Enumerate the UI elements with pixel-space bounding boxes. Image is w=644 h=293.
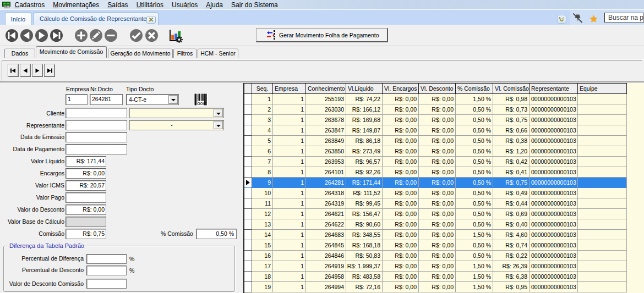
svg-text:ooo: ooo (198, 101, 206, 106)
